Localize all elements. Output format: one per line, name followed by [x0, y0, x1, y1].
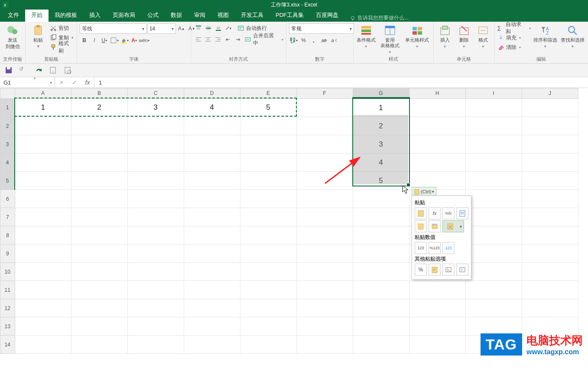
align-center-icon[interactable] — [204, 35, 213, 44]
paste-transpose-icon[interactable] — [442, 220, 464, 232]
format-as-table-button[interactable]: 套用 表格格式▼ — [378, 23, 402, 55]
paste-keep-width-icon[interactable] — [429, 220, 441, 232]
accept-formula-icon[interactable]: ✓ — [68, 79, 81, 86]
touch-mode-icon[interactable] — [49, 66, 57, 75]
underline-icon[interactable]: U▾ — [100, 36, 109, 45]
ribbon: 发送 到微信 文件传输 粘贴 ▼ 剪切 复制▾ — [0, 22, 588, 64]
svg-line-56 — [574, 32, 577, 35]
format-painter-button[interactable]: 格式刷 — [50, 42, 74, 52]
cell-styles-button[interactable]: 单元格样式▼ — [404, 23, 431, 49]
paste-picture-icon[interactable] — [442, 264, 455, 276]
align-bottom-icon[interactable] — [214, 23, 223, 33]
increase-font-icon[interactable]: A▲ — [177, 24, 186, 33]
clear-button[interactable]: 清除▾ — [497, 42, 531, 52]
font-color-icon[interactable]: A▾ — [130, 36, 139, 45]
svg-rect-40 — [361, 33, 371, 35]
insert-cells-button[interactable]: 插入▼ — [436, 23, 454, 49]
save-icon[interactable] — [4, 66, 13, 75]
paste-formatting-icon[interactable]: % — [415, 264, 427, 276]
paintbrush-icon — [50, 44, 57, 51]
align-top-icon[interactable] — [194, 23, 203, 33]
number-format-select[interactable]: 常规 — [289, 23, 354, 34]
align-middle-icon[interactable] — [204, 23, 213, 33]
align-left-icon[interactable] — [194, 35, 203, 44]
svg-rect-15 — [121, 42, 126, 44]
delete-cells-button[interactable]: 删除▼ — [455, 23, 473, 49]
tab-insert[interactable]: 插入 — [83, 9, 107, 22]
tab-developer[interactable]: 开发工具 — [235, 9, 270, 22]
paste-values-number-icon[interactable]: %123 — [429, 242, 441, 254]
merge-center-button[interactable]: 合并后居中▾ — [244, 35, 283, 44]
svg-rect-3 — [352, 19, 354, 20]
send-to-wechat-button[interactable]: 发送 到微信 — [3, 23, 23, 49]
decrease-decimal-icon[interactable]: .0 — [329, 36, 338, 45]
paste-values-source-icon[interactable]: 123 — [442, 242, 455, 254]
tab-baidu-netdisk[interactable]: 百度网盘 — [310, 9, 344, 22]
print-preview-icon[interactable] — [63, 66, 72, 75]
spreadsheet-grid[interactable]: ABCDE FGHIJ 1 12345 1 22 33 44 55 6 7 8 … — [0, 88, 588, 362]
orientation-icon[interactable]: ⤢▾ — [224, 23, 233, 33]
tab-page-layout[interactable]: 页面布局 — [107, 9, 141, 22]
bold-icon[interactable]: B — [80, 36, 89, 45]
fill-handle[interactable] — [406, 183, 410, 187]
autosum-button[interactable]: ∑自动求和▾ — [497, 23, 531, 33]
percent-format-icon[interactable]: % — [299, 36, 309, 45]
paste-keep-source-icon[interactable] — [456, 207, 468, 219]
formula-input[interactable]: 1 — [94, 77, 588, 88]
paste-values-icon[interactable]: 123 — [415, 242, 427, 254]
paste-options-button[interactable]: (Ctrl) ▾ — [412, 187, 436, 196]
cancel-formula-icon[interactable]: × — [55, 79, 68, 86]
scissors-icon — [50, 25, 57, 32]
tab-mytemplates[interactable]: 我的模板 — [49, 9, 83, 22]
tab-file[interactable]: 文件 — [2, 9, 25, 22]
sort-filter-button[interactable]: AZ 排序和筛选▼ — [533, 23, 558, 49]
fx-icon[interactable]: fx — [81, 79, 94, 86]
redo-icon[interactable]: ▾ — [34, 66, 42, 75]
tab-pdf-tools[interactable]: PDF工具集 — [270, 9, 310, 22]
increase-indent-icon[interactable]: ⇥ — [233, 35, 243, 44]
clipboard-icon — [32, 24, 44, 36]
paste-button[interactable]: 粘贴 ▼ — [28, 23, 48, 49]
fill-color-icon[interactable]: ▾ — [120, 36, 129, 45]
align-right-icon[interactable] — [213, 35, 223, 44]
name-box[interactable]: G1 — [0, 77, 55, 88]
format-cells-button[interactable]: 格式▼ — [474, 23, 492, 49]
italic-icon[interactable]: I — [90, 36, 99, 45]
comma-format-icon[interactable]: , — [309, 36, 318, 45]
paste-link-icon[interactable] — [429, 264, 441, 276]
cut-button[interactable]: 剪切 — [50, 23, 74, 33]
group-editing: 编辑 — [497, 55, 585, 62]
tab-review[interactable]: 审阅 — [188, 9, 211, 22]
phonetic-guide-icon[interactable]: wén▾ — [140, 36, 149, 45]
svg-rect-38 — [361, 26, 371, 29]
paste-all-icon[interactable] — [415, 207, 427, 219]
border-icon[interactable]: ▾ — [110, 36, 119, 45]
decrease-indent-icon[interactable]: ⇤ — [223, 35, 233, 44]
font-name-select[interactable]: 等线 — [80, 23, 146, 34]
fill-button[interactable]: 填充▾ — [497, 33, 531, 42]
paste-formulas-icon[interactable]: fx — [429, 207, 441, 219]
watermark: TAG 电脑技术网 www.tagxp.com — [481, 333, 583, 356]
tab-view[interactable]: 视图 — [211, 9, 235, 22]
find-select-button[interactable]: 查找和选择▼ — [560, 23, 585, 49]
font-size-select[interactable]: 14 — [147, 23, 176, 34]
conditional-formatting-button[interactable]: 条件格式▼ — [356, 23, 376, 49]
tab-data[interactable]: 数据 — [165, 9, 188, 22]
svg-rect-47 — [418, 31, 422, 35]
undo-icon[interactable]: ↺ — [19, 66, 28, 75]
paste-linked-picture-icon[interactable] — [456, 264, 468, 276]
tab-formulas[interactable]: 公式 — [141, 9, 165, 22]
window-quick-icons: X — [3, 0, 9, 10]
increase-decimal-icon[interactable]: .00 — [319, 36, 328, 45]
wrap-text-button[interactable]: 自动换行 — [237, 23, 267, 33]
select-all-corner[interactable] — [0, 88, 15, 99]
wechat-icon — [6, 24, 19, 36]
paste-other-section-label: 其他粘贴选项 — [415, 255, 468, 263]
column-headers[interactable]: ABCDE FGHIJ — [0, 88, 578, 99]
paste-no-borders-icon[interactable] — [415, 220, 427, 232]
paste-formulas-number-icon[interactable]: %fx — [442, 207, 455, 219]
tab-home[interactable]: 开始 — [25, 9, 49, 22]
title-bar: X 工作簿3.xlsx - Excel — [0, 0, 588, 10]
accounting-format-icon[interactable]: 💱▾ — [289, 36, 299, 45]
tell-me[interactable]: 告诉我您想要做什么... — [350, 14, 409, 22]
